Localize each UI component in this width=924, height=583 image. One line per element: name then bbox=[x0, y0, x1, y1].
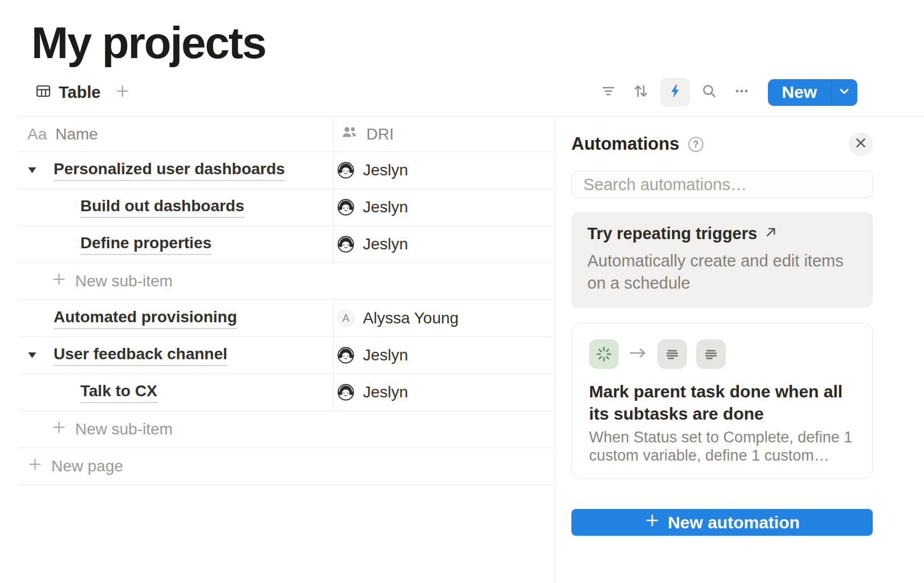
promo-description: Automatically create and edit items on a… bbox=[587, 250, 857, 294]
column-header-name[interactable]: Aa Name bbox=[19, 117, 333, 151]
new-button-group: New bbox=[768, 79, 857, 106]
dri-name: Jeslyn bbox=[363, 198, 408, 216]
toolbar: New bbox=[595, 78, 857, 106]
name-cell: Build out dashboards bbox=[19, 189, 333, 225]
automation-title: Mark parent task done when all its subta… bbox=[589, 380, 855, 425]
more-button[interactable] bbox=[729, 79, 755, 105]
svg-text:?: ? bbox=[693, 139, 699, 149]
panel-header: Automations ? bbox=[571, 132, 873, 156]
table-row[interactable]: Build out dashboards Jeslyn bbox=[19, 189, 554, 226]
help-icon[interactable]: ? bbox=[687, 136, 705, 153]
jeslyn-avatar-illustration bbox=[337, 162, 354, 179]
close-icon bbox=[854, 136, 868, 152]
table-row[interactable]: Automated provisioning A Alyssa Young bbox=[19, 300, 554, 337]
name-cell: Talk to CX bbox=[19, 374, 333, 410]
chevron-down-icon bbox=[837, 84, 851, 100]
page-title: My projects bbox=[31, 17, 265, 69]
table-action-row[interactable]: New sub-item bbox=[19, 411, 554, 448]
toggle-icon[interactable] bbox=[27, 166, 39, 175]
edit-property-icon bbox=[696, 339, 726, 369]
plus-icon bbox=[51, 272, 67, 291]
new-button[interactable]: New bbox=[768, 79, 831, 106]
dri-name: Jeslyn bbox=[363, 346, 408, 364]
avatar bbox=[337, 384, 354, 401]
avatar: A bbox=[337, 310, 354, 327]
automations-button[interactable] bbox=[660, 78, 690, 106]
jeslyn-avatar-illustration bbox=[337, 384, 354, 401]
toggle-icon[interactable] bbox=[27, 351, 39, 360]
new-dropdown-button[interactable] bbox=[831, 79, 857, 106]
external-arrow-icon bbox=[764, 224, 778, 243]
more-icon bbox=[732, 81, 751, 103]
name-cell: User feedback channel bbox=[19, 337, 333, 373]
people-icon bbox=[341, 124, 358, 145]
panel-title: Automations bbox=[571, 134, 679, 154]
plus-icon bbox=[51, 420, 67, 439]
projects-table: Aa Name DRI Personalized user dashboards… bbox=[19, 117, 554, 485]
table-action-row[interactable]: New page bbox=[19, 448, 554, 485]
view-tab-label: Table bbox=[59, 83, 101, 102]
avatar bbox=[337, 199, 354, 216]
letter-avatar: A bbox=[337, 310, 354, 327]
dri-name: Jeslyn bbox=[363, 383, 408, 401]
name-cell: Personalized user dashboards bbox=[19, 152, 333, 188]
page-link[interactable]: Build out dashboards bbox=[80, 196, 244, 219]
dri-cell[interactable]: Jeslyn bbox=[333, 337, 554, 373]
new-automation-label: New automation bbox=[668, 513, 800, 532]
table-row[interactable]: User feedback channel Jeslyn bbox=[19, 337, 554, 374]
name-cell: Define properties bbox=[19, 226, 333, 262]
text-type-icon: Aa bbox=[27, 125, 47, 143]
action-label: New page bbox=[51, 457, 123, 475]
table-row[interactable]: Talk to CX Jeslyn bbox=[19, 374, 554, 411]
dri-cell[interactable]: Jeslyn bbox=[333, 226, 554, 262]
automation-card[interactable]: Mark parent task done when all its subta… bbox=[571, 323, 873, 479]
automations-panel: Automations ? Try repeating triggers Aut… bbox=[571, 116, 873, 536]
action-label: New sub-item bbox=[75, 420, 173, 438]
page-link[interactable]: User feedback channel bbox=[54, 344, 227, 367]
column-header-dri[interactable]: DRI bbox=[333, 117, 554, 151]
column-header-label: Name bbox=[55, 125, 98, 143]
lightning-icon bbox=[667, 83, 684, 102]
sort-icon bbox=[632, 82, 650, 102]
automation-description: When Status set to Complete, define 1 cu… bbox=[589, 428, 855, 465]
dri-cell[interactable]: A Alyssa Young bbox=[333, 300, 554, 336]
new-automation-button[interactable]: New automation bbox=[571, 509, 873, 536]
promo-title: Try repeating triggers bbox=[587, 224, 757, 243]
dri-cell[interactable]: Jeslyn bbox=[333, 152, 554, 188]
add-view-button[interactable] bbox=[112, 82, 133, 102]
filter-button[interactable] bbox=[595, 79, 622, 105]
jeslyn-avatar-illustration bbox=[337, 347, 354, 364]
panel-divider bbox=[555, 116, 556, 583]
filter-icon bbox=[599, 82, 618, 102]
search-icon bbox=[700, 82, 718, 102]
name-cell: Automated provisioning bbox=[19, 300, 333, 336]
dri-name: Alyssa Young bbox=[363, 309, 459, 327]
avatar bbox=[337, 236, 354, 253]
column-header-label: DRI bbox=[366, 125, 394, 143]
new-button-label: New bbox=[782, 83, 817, 102]
plus-icon bbox=[644, 512, 660, 532]
page-link[interactable]: Personalized user dashboards bbox=[54, 159, 285, 182]
table-row[interactable]: Personalized user dashboards Jeslyn bbox=[19, 152, 554, 189]
jeslyn-avatar-illustration bbox=[337, 236, 354, 253]
page-link[interactable]: Automated provisioning bbox=[54, 307, 237, 330]
sort-button[interactable] bbox=[628, 79, 654, 105]
dri-name: Jeslyn bbox=[363, 161, 408, 179]
page-link[interactable]: Define properties bbox=[80, 233, 211, 256]
table-header-row: Aa Name DRI bbox=[19, 117, 554, 152]
view-bar: Table bbox=[35, 78, 133, 106]
view-tab-table[interactable]: Table bbox=[35, 83, 101, 102]
table-rows: Personalized user dashboards Jeslyn Buil… bbox=[19, 152, 554, 485]
page-link[interactable]: Talk to CX bbox=[80, 381, 157, 404]
close-button[interactable] bbox=[849, 132, 873, 156]
table-row[interactable]: Define properties Jeslyn bbox=[19, 226, 554, 263]
promo-card[interactable]: Try repeating triggers Automatically cre… bbox=[571, 212, 873, 308]
jeslyn-avatar-illustration bbox=[337, 199, 354, 216]
edit-property-icon bbox=[657, 339, 687, 369]
dri-cell[interactable]: Jeslyn bbox=[333, 189, 554, 225]
search-button[interactable] bbox=[696, 79, 722, 105]
dri-cell[interactable]: Jeslyn bbox=[333, 374, 554, 410]
automation-icons bbox=[589, 339, 855, 369]
search-input[interactable] bbox=[571, 171, 873, 198]
table-action-row[interactable]: New sub-item bbox=[19, 263, 554, 300]
